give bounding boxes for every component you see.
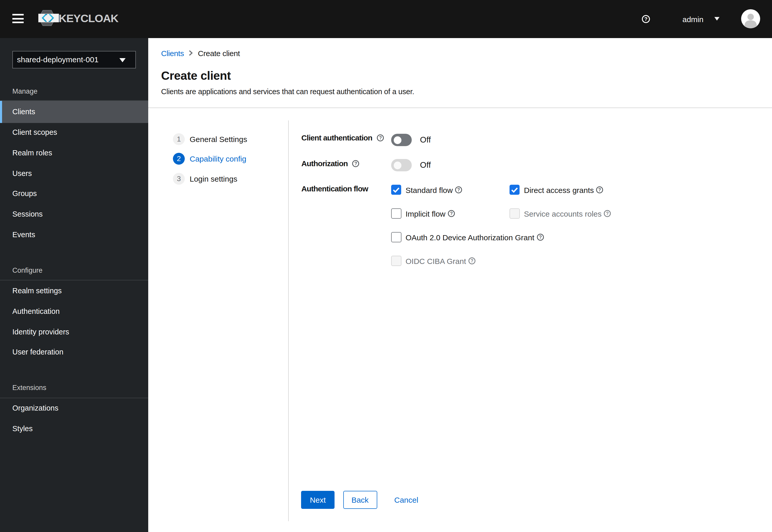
svg-text:?: ? bbox=[379, 135, 382, 140]
svg-text:?: ? bbox=[606, 211, 609, 216]
svg-text:?: ? bbox=[457, 187, 460, 192]
svg-text:KEYCLOAK: KEYCLOAK bbox=[59, 12, 119, 24]
svg-text:?: ? bbox=[644, 16, 648, 22]
svg-text:?: ? bbox=[470, 258, 473, 263]
svg-text:?: ? bbox=[450, 211, 453, 216]
svg-text:?: ? bbox=[598, 187, 601, 192]
svg-text:?: ? bbox=[355, 161, 357, 166]
svg-text:?: ? bbox=[539, 235, 542, 240]
